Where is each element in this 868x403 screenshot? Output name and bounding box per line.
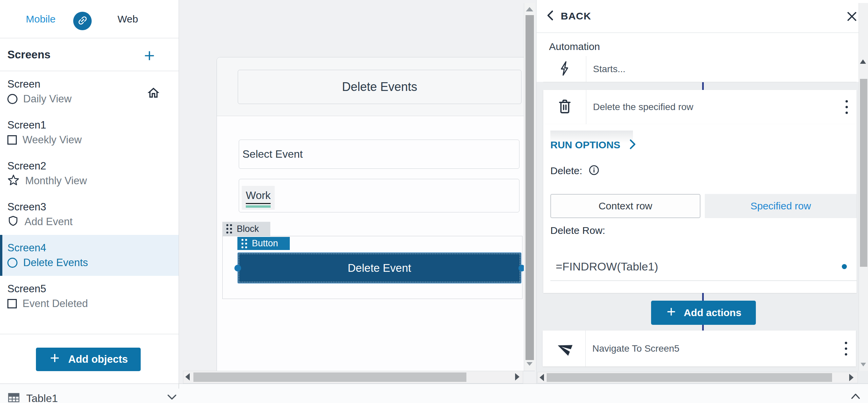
screen-label: Weekly View bbox=[23, 134, 82, 146]
resize-handle-left[interactable] bbox=[235, 265, 241, 271]
action-label: Navigate To Screen5 bbox=[592, 331, 679, 366]
drag-handle-icon bbox=[241, 239, 247, 248]
chevron-down-icon[interactable] bbox=[167, 394, 177, 402]
kebab-menu-icon[interactable] bbox=[844, 99, 849, 115]
screen-label: Add Event bbox=[25, 216, 72, 228]
info-icon[interactable] bbox=[588, 164, 600, 177]
shield-icon bbox=[7, 215, 19, 228]
screen-item-add-event[interactable]: Screen3 Add Event bbox=[0, 194, 179, 235]
run-options-label: RUN OPTIONS bbox=[550, 139, 620, 151]
button-drag-chip[interactable]: Button bbox=[238, 237, 290, 250]
square-icon bbox=[7, 299, 17, 308]
link-toggle-button[interactable] bbox=[73, 12, 92, 30]
scroll-right-arrow[interactable] bbox=[515, 373, 520, 380]
screen-name: Screen1 bbox=[7, 119, 179, 132]
delete-field-row: Delete: bbox=[550, 164, 600, 177]
context-row-toggle[interactable]: Context row bbox=[550, 194, 701, 218]
specified-row-toggle[interactable]: Specified row bbox=[705, 194, 857, 218]
chevron-up-icon[interactable] bbox=[850, 393, 861, 401]
formula-input[interactable]: =FINDROW(Table1) bbox=[556, 260, 658, 273]
action-label: Delete the specified row bbox=[593, 90, 693, 124]
automation-panel: BACK Automation Starts... Delete t bbox=[536, 0, 868, 383]
canvas-horizontal-scrollbar[interactable] bbox=[183, 371, 523, 383]
add-actions-button[interactable]: Add actions bbox=[651, 301, 756, 325]
block-drag-chip[interactable]: Block bbox=[222, 222, 270, 236]
select-event-field[interactable]: Select Event bbox=[239, 140, 520, 169]
scroll-right-arrow[interactable] bbox=[849, 374, 854, 381]
close-icon[interactable] bbox=[846, 11, 858, 24]
screen-name: Screen5 bbox=[7, 282, 179, 295]
screen-name: Screen2 bbox=[7, 160, 179, 172]
formula-reference-dot[interactable] bbox=[842, 264, 847, 269]
link-icon bbox=[77, 15, 88, 28]
chevron-right-icon bbox=[629, 139, 636, 151]
screen-name: Screen3 bbox=[7, 201, 179, 213]
scroll-up-arrow[interactable] bbox=[526, 7, 533, 11]
delete-field-label: Delete: bbox=[550, 165, 582, 176]
run-options-link[interactable]: RUN OPTIONS bbox=[550, 139, 636, 151]
block-chip-label: Block bbox=[237, 224, 259, 234]
scrollbar-thumb[interactable] bbox=[860, 79, 867, 267]
screen-item-monthly-view[interactable]: Screen2 Monthly View bbox=[0, 153, 179, 194]
screen-title-element[interactable]: Delete Events bbox=[238, 70, 522, 104]
add-actions-label: Add actions bbox=[684, 307, 741, 318]
connector-line bbox=[702, 293, 704, 301]
trash-icon bbox=[557, 98, 572, 116]
action-icon-column bbox=[543, 90, 586, 124]
scroll-up-arrow[interactable] bbox=[860, 59, 866, 64]
plus-icon bbox=[143, 58, 156, 63]
delete-row-action-card[interactable]: Delete the specified row bbox=[543, 90, 857, 124]
back-label: BACK bbox=[561, 10, 591, 22]
footer-divider bbox=[179, 384, 179, 389]
action-icon-column bbox=[542, 331, 586, 366]
plus-icon bbox=[49, 352, 61, 367]
screen-item-weekly-view[interactable]: Screen1 Weekly View bbox=[0, 112, 179, 153]
delete-event-button[interactable]: Delete Event bbox=[238, 252, 522, 283]
trigger-label: Starts... bbox=[593, 56, 625, 82]
screen-name: Screen4 bbox=[7, 242, 179, 254]
table-grid-icon bbox=[7, 392, 20, 403]
connector-line bbox=[702, 325, 704, 331]
app-builder-window: Mobile Web Screens Screen Daily Vie bbox=[0, 0, 868, 403]
event-value-field[interactable]: Work bbox=[239, 179, 520, 212]
teal-highlight-bar bbox=[246, 205, 271, 208]
delete-row-label: Delete Row: bbox=[550, 225, 605, 236]
tables-footer-bar: Table1 bbox=[0, 383, 868, 403]
screen-list: Screen Daily View Screen1 Weekly View Sc… bbox=[0, 71, 179, 317]
scroll-down-arrow[interactable] bbox=[861, 363, 866, 366]
connector-line bbox=[702, 82, 704, 90]
canvas-vertical-scrollbar[interactable] bbox=[524, 3, 535, 371]
plus-icon bbox=[665, 306, 677, 320]
screen-item-event-deleted[interactable]: Screen5 Event Deleted bbox=[0, 276, 179, 317]
automation-trigger-card[interactable]: Starts... bbox=[543, 56, 857, 82]
screen-label: Monthly View bbox=[25, 175, 87, 187]
panel-horizontal-scrollbar[interactable] bbox=[537, 372, 858, 383]
screen-header-section: Delete Events bbox=[217, 57, 534, 116]
panel-vertical-scrollbar[interactable] bbox=[859, 3, 868, 371]
chevron-left-icon bbox=[546, 10, 554, 22]
kebab-menu-icon[interactable] bbox=[843, 340, 848, 357]
scrollbar-thumb[interactable] bbox=[547, 373, 832, 382]
home-icon bbox=[146, 86, 160, 101]
scrollbar-thumb[interactable] bbox=[193, 372, 466, 382]
screen-item-daily-view[interactable]: Screen Daily View bbox=[0, 71, 179, 112]
navigate-action-card[interactable]: Navigate To Screen5 bbox=[542, 331, 856, 366]
formula-underline bbox=[550, 280, 857, 281]
add-objects-label: Add objects bbox=[68, 353, 128, 365]
table-selector[interactable]: Table1 bbox=[7, 392, 58, 403]
tab-web[interactable]: Web bbox=[118, 0, 138, 38]
back-button[interactable]: BACK bbox=[546, 10, 591, 22]
scrollbar-thumb[interactable] bbox=[526, 15, 534, 360]
trigger-icon-column bbox=[543, 56, 586, 82]
scroll-left-arrow[interactable] bbox=[539, 374, 544, 381]
platform-tabs: Mobile Web bbox=[0, 0, 179, 38]
screen-item-delete-events[interactable]: Screen4 Delete Events bbox=[0, 235, 179, 276]
tab-mobile[interactable]: Mobile bbox=[26, 0, 55, 38]
scroll-left-arrow[interactable] bbox=[185, 373, 190, 380]
add-screen-button[interactable] bbox=[143, 49, 157, 62]
panel-header: BACK bbox=[536, 0, 868, 33]
phone-screen-canvas[interactable]: Delete Events Select Event Work Block Bu… bbox=[217, 57, 535, 371]
add-objects-button[interactable]: Add objects bbox=[36, 348, 141, 371]
scroll-down-arrow[interactable] bbox=[527, 362, 532, 366]
circle-icon bbox=[7, 94, 18, 104]
